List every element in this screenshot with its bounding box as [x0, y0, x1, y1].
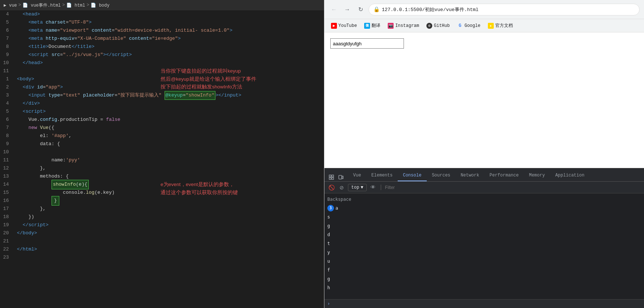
devtools-tab-elements[interactable]: Elements: [366, 170, 398, 181]
code-line-29: [17, 237, 320, 245]
code-line-24: }: [17, 197, 320, 205]
console-value-g: g: [327, 222, 330, 230]
console-item-backspace: Backspace: [327, 195, 641, 204]
console-item-h: h: [327, 283, 641, 292]
backspace-label: Backspace: [327, 196, 351, 203]
refresh-button[interactable]: ↻: [355, 4, 366, 15]
devtools-icon-buttons: [327, 173, 345, 181]
console-item-g2: g: [327, 274, 641, 283]
devtools-tab-network[interactable]: Network: [455, 170, 484, 181]
bookmark-youtube[interactable]: ▶ YouTube: [328, 21, 360, 30]
browser-panel: ← → ↻ 🔒 127.0.0.1:5500/初始vue/vue事件.html …: [324, 0, 644, 308]
devtools-console-toolbar: 🚫 ⊘ top ▼ 👁 |: [324, 182, 644, 193]
console-value-f: f: [327, 266, 330, 274]
code-line-6: <script src="../js/vue.js"></script>: [17, 51, 320, 59]
bookmarks-bar: ▶ YouTube 微 翻译 📷 Instagram ⚙ GitHub G Go…: [324, 19, 644, 32]
breadcrumb-html: 📄 html: [66, 3, 85, 8]
code-area: 45678 9101112 34567 89101112 1314151617 …: [0, 10, 324, 308]
svg-rect-4: [339, 175, 342, 179]
code-line-13: <script>: [17, 108, 320, 116]
breadcrumb-file: 📄 vue事件.html: [22, 2, 61, 8]
breadcrumb: ▶ vue > 📄 vue事件.html > 📄 html > 📄 body: [0, 0, 324, 10]
address-bar[interactable]: 🔒 127.0.0.1:5500/初始vue/vue事件.html: [369, 4, 640, 15]
bookmark-github[interactable]: ⚙ GitHub: [423, 21, 453, 30]
browser-toolbar: ← → ↻ 🔒 127.0.0.1:5500/初始vue/vue事件.html: [324, 0, 644, 19]
bookmark-docs-label: 官方文档: [495, 22, 513, 29]
console-value-g2: g: [327, 275, 330, 283]
devtools-tab-performance[interactable]: Performance: [484, 170, 524, 181]
code-line-28: </body>: [17, 229, 320, 237]
instagram-icon: 📷: [388, 23, 394, 29]
code-line-19: name:'pyy': [17, 156, 320, 164]
devtools-tabs: Vue Elements Console Sources Network Per…: [324, 168, 644, 182]
devtools-tab-console[interactable]: Console: [398, 170, 426, 181]
code-line-16: el: '#app',: [17, 132, 320, 140]
console-prompt-arrow: ›: [327, 301, 330, 307]
console-value-t: t: [327, 240, 330, 247]
star-icon: ★: [488, 23, 494, 29]
console-item-d: d: [327, 230, 641, 239]
console-value-d: d: [327, 231, 330, 238]
code-line-14: Vue.config.productionTip = false: [17, 116, 320, 124]
translate-icon: 微: [364, 23, 370, 29]
code-line-15: new Vue({: [17, 124, 320, 132]
webpage-input[interactable]: [330, 38, 404, 49]
code-line-20: },: [17, 164, 320, 172]
dropdown-arrow: ▼: [361, 185, 363, 190]
github-icon: ⚙: [426, 23, 432, 29]
devtools-tab-application[interactable]: Application: [550, 170, 590, 181]
svg-rect-5: [342, 176, 343, 179]
console-badge-a: 3: [327, 205, 334, 211]
line-numbers: 45678 9101112 34567 89101112 1314151617 …: [0, 10, 13, 308]
bookmark-google[interactable]: G Google: [454, 21, 483, 30]
code-line-18: [17, 148, 320, 156]
back-button[interactable]: ←: [329, 4, 339, 15]
console-item-f: f: [327, 266, 641, 274]
code-line-4: <meta http-equiv="X-UA-Compatible" conte…: [17, 35, 320, 43]
lock-icon: 🔒: [373, 6, 380, 13]
devtools-panel: Vue Elements Console Sources Network Per…: [324, 168, 644, 308]
device-icon[interactable]: [337, 173, 345, 181]
console-value-u: u: [327, 258, 330, 265]
bookmark-instagram-label: Instagram: [395, 23, 419, 28]
code-line-3: <meta name="viewport" content="width=dev…: [17, 27, 320, 35]
bookmark-instagram[interactable]: 📷 Instagram: [385, 21, 422, 30]
code-line-26: }): [17, 213, 320, 221]
youtube-icon: ▶: [331, 23, 337, 29]
bookmark-translate[interactable]: 微 翻译: [361, 21, 383, 30]
editor-panel: ▶ vue > 📄 vue事件.html > 📄 html > 📄 body 4…: [0, 0, 324, 308]
code-line-17: data: {: [17, 140, 320, 148]
filter-button[interactable]: ⊘: [338, 183, 346, 192]
code-line-27: </script>: [17, 221, 320, 229]
code-line-1: <head>: [17, 10, 320, 18]
console-value-s: s: [327, 213, 330, 221]
code-line-10: <div id="app">: [17, 83, 320, 91]
bookmark-github-label: GitHub: [434, 23, 450, 28]
breadcrumb-vue: ▶ vue: [4, 3, 17, 8]
inspect-icon[interactable]: [327, 173, 335, 181]
code-line-11: <input type="text" placeholder="按下回车提示输入…: [17, 91, 320, 99]
code-line-7: </head>: [17, 59, 320, 67]
code-line-8: [17, 67, 320, 75]
console-item-g: g: [327, 221, 641, 230]
url-text: 127.0.0.1:5500/初始vue/vue事件.html: [382, 6, 479, 13]
console-item-u: u: [327, 257, 641, 266]
code-line-5: <title>Document</title>: [17, 43, 320, 51]
devtools-tab-memory[interactable]: Memory: [524, 170, 550, 181]
code-line-25: },: [17, 205, 320, 213]
devtools-tab-sources[interactable]: Sources: [427, 170, 455, 181]
eye-icon[interactable]: 👁: [369, 183, 377, 192]
forward-button[interactable]: →: [342, 4, 352, 15]
console-item-a: 3 a: [327, 204, 641, 213]
bookmark-google-label: Google: [464, 23, 480, 28]
clear-console-button[interactable]: 🚫: [327, 183, 335, 192]
console-item-t: t: [327, 239, 641, 248]
breadcrumb-body: 📄 body: [91, 3, 109, 8]
console-value-h: h: [327, 284, 330, 291]
svg-rect-1: [332, 175, 334, 177]
top-dropdown[interactable]: top ▼: [348, 184, 367, 191]
bookmark-docs[interactable]: ★ 官方文档: [485, 21, 516, 30]
filter-input[interactable]: [385, 185, 641, 190]
console-output: Backspace 3 a s g d t y u: [324, 193, 644, 299]
devtools-tab-vue[interactable]: Vue: [348, 170, 366, 181]
